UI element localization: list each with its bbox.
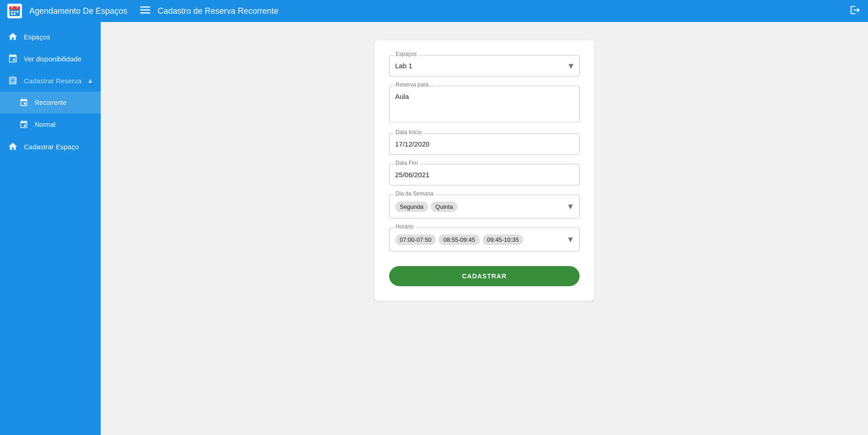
svg-rect-5 (14, 11, 16, 12)
svg-rect-8 (14, 13, 16, 15)
svg-rect-10 (140, 10, 150, 11)
chip-segunda[interactable]: Segunda (395, 201, 428, 212)
app-logo (7, 4, 22, 18)
reserva-para-input[interactable] (389, 86, 580, 122)
menu-icon[interactable] (140, 5, 150, 15)
home-icon (7, 31, 18, 42)
clipboard-icon (7, 75, 18, 86)
svg-rect-7 (11, 13, 13, 15)
chip-quinta[interactable]: Quinta (431, 201, 457, 212)
horario-chips[interactable]: 07:00-07:50 08:55-09:45 09:45-10:35 ▼ (389, 228, 580, 251)
horario-label: Horário (394, 223, 415, 230)
data-inicio-field: Data Início (389, 133, 580, 155)
calendar-check-icon (7, 53, 18, 64)
svg-rect-4 (11, 11, 13, 12)
exit-icon[interactable] (850, 5, 861, 17)
sidebar-item-recorrente[interactable]: Recorrente (0, 92, 101, 114)
data-fim-field: Data Fim (389, 164, 580, 185)
svg-rect-11 (140, 12, 150, 14)
form-card: Espaços Lab 1 ▼ Reserva para... Data Iní… (374, 40, 594, 301)
sidebar-item-disponibilidade[interactable]: Ver disponibilidade (0, 48, 101, 70)
sidebar-item-espacos[interactable]: Espaços (0, 26, 101, 48)
reserva-para-field: Reserva para... (389, 86, 580, 124)
horario-dropdown-arrow: ▼ (566, 235, 575, 245)
dia-semana-chips[interactable]: Segunda Quinta ▼ (389, 195, 580, 218)
sidebar-label-cadastrar-espaco: Cadastrar Espaço (24, 143, 79, 151)
data-inicio-input[interactable] (389, 133, 580, 155)
espacos-field: Espaços Lab 1 ▼ (389, 55, 580, 76)
espacos-select[interactable]: Lab 1 (389, 55, 580, 76)
sidebar-label-recorrente: Recorrente (35, 99, 66, 106)
main-content: Espaços Lab 1 ▼ Reserva para... Data Iní… (101, 22, 868, 435)
chevron-up-icon: ▲ (87, 77, 93, 84)
dia-semana-dropdown-arrow: ▼ (566, 202, 575, 212)
svg-rect-1 (9, 6, 20, 10)
sidebar-label-cadastrar-reserva: Cadastrar Reserva (24, 77, 81, 85)
sidebar-item-normal[interactable]: Normal (0, 114, 101, 136)
data-fim-input[interactable] (389, 164, 580, 185)
sidebar: Espaços Ver disponibilidade Cadastrar Re… (0, 22, 101, 435)
page-title: Cadastro de Reserva Recorrente (157, 6, 278, 16)
dia-semana-field: Dia da Semana Segunda Quinta ▼ (389, 195, 580, 218)
svg-rect-6 (16, 11, 18, 12)
chip-horario-2[interactable]: 08:55-09:45 (439, 234, 479, 245)
building-icon (7, 141, 18, 152)
sidebar-label-normal: Normal (35, 121, 55, 128)
sidebar-item-cadastrar-reserva[interactable]: Cadastrar Reserva ▲ (0, 70, 101, 92)
app-title: Agendamento De Espaços (29, 6, 127, 16)
svg-rect-9 (140, 6, 150, 8)
reserva-para-label: Reserva para... (394, 82, 435, 88)
chip-horario-3[interactable]: 09:45-10:35 (483, 234, 523, 245)
topbar: Agendamento De Espaços Cadastro de Reser… (0, 0, 868, 22)
chip-horario-1[interactable]: 07:00-07:50 (395, 234, 436, 245)
sidebar-label-espacos: Espaços (24, 33, 50, 41)
cadastrar-button[interactable]: CADASTRAR (389, 266, 580, 286)
sidebar-item-cadastrar-espaco[interactable]: Cadastrar Espaço (0, 136, 101, 158)
calendar-repeat-icon (18, 97, 29, 108)
dia-semana-label: Dia da Semana (394, 190, 435, 197)
horario-field: Horário 07:00-07:50 08:55-09:45 09:45-10… (389, 228, 580, 251)
espacos-label: Espaços (394, 51, 418, 57)
calendar-icon (18, 119, 29, 130)
data-inicio-label: Data Início (394, 129, 423, 136)
data-fim-label: Data Fim (394, 160, 420, 166)
sidebar-label-disponibilidade: Ver disponibilidade (24, 55, 81, 63)
